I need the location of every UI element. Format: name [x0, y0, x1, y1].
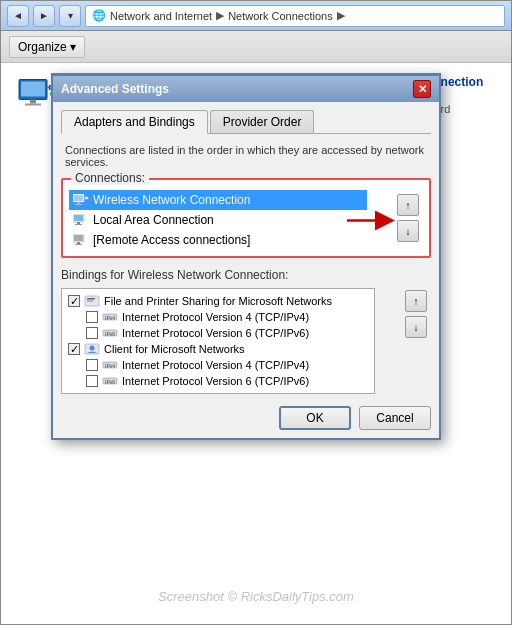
breadcrumb-connections[interactable]: Network Connections: [228, 10, 333, 22]
svg-text:IPv6: IPv6: [105, 331, 115, 337]
conn-wireless-icon: [73, 194, 89, 206]
title-bar: ◄ ► ▾ 🌐 Network and Internet ▶ Network C…: [1, 1, 511, 31]
advanced-settings-dialog: Advanced Settings ✕ Adapters and Binding…: [51, 73, 441, 440]
tab-provider-order[interactable]: Provider Order: [210, 110, 315, 133]
binding-icon-5: IPv6: [102, 375, 118, 387]
svg-rect-19: [77, 202, 80, 204]
conn-remote-label: [Remote Access connections]: [93, 233, 250, 247]
organize-label: Organize: [18, 40, 67, 54]
breadcrumb-sep1: ▶: [216, 9, 224, 22]
breadcrumb: 🌐 Network and Internet ▶ Network Connect…: [85, 5, 505, 27]
binding-label-4: Internet Protocol Version 4 (TCP/IPv4): [122, 359, 309, 371]
dialog-titlebar: Advanced Settings ✕: [53, 76, 439, 102]
binding-icon-0: [84, 295, 100, 307]
dialog-content: Adapters and Bindings Provider Order Con…: [53, 102, 439, 402]
content-area: Local Area Connection TheRouses Realtek …: [1, 63, 511, 624]
tab-bar: Adapters and Bindings Provider Order: [61, 110, 431, 134]
svg-rect-3: [25, 104, 41, 106]
binding-icon-3: [84, 343, 100, 355]
cancel-button[interactable]: Cancel: [359, 406, 431, 430]
conn-remote-icon: [73, 234, 89, 246]
svg-rect-24: [77, 222, 80, 224]
svg-rect-28: [77, 242, 80, 244]
binding-icon-4: IPv4: [102, 359, 118, 371]
svg-rect-1: [21, 82, 45, 97]
binding-check-0[interactable]: ✓: [68, 295, 80, 307]
conn-remote[interactable]: [Remote Access connections]: [69, 230, 367, 250]
dialog-footer: OK Cancel: [53, 402, 439, 438]
svg-point-39: [90, 346, 95, 351]
ok-button[interactable]: OK: [279, 406, 351, 430]
binding-check-2[interactable]: [86, 327, 98, 339]
connections-down-button[interactable]: ↓: [397, 220, 419, 242]
bindings-up-button[interactable]: ↑: [405, 290, 427, 312]
svg-rect-33: [87, 301, 93, 302]
dropdown-button[interactable]: ▾: [59, 5, 81, 27]
svg-rect-23: [74, 215, 83, 221]
red-arrow-annotation: [347, 211, 397, 234]
binding-check-1[interactable]: [86, 311, 98, 323]
binding-label-0: File and Printer Sharing for Microsoft N…: [104, 295, 332, 307]
connections-list: Wireless Network Connection: [69, 190, 367, 250]
binding-file-printer: ✓ File and Printer Sharing for Microsoft…: [66, 293, 370, 309]
binding-label-2: Internet Protocol Version 6 (TCP/IPv6): [122, 327, 309, 339]
connections-up-button[interactable]: ↑: [397, 194, 419, 216]
bindings-label: Bindings for Wireless Network Connection…: [61, 268, 431, 282]
binding-client: ✓ Client for Microsoft Networks: [66, 341, 370, 357]
svg-rect-21: [85, 197, 88, 199]
svg-text:IPv6: IPv6: [105, 379, 115, 385]
explorer-window: ◄ ► ▾ 🌐 Network and Internet ▶ Network C…: [0, 0, 512, 625]
svg-rect-32: [87, 298, 95, 300]
conn-local[interactable]: Local Area Connection: [69, 210, 367, 230]
breadcrumb-icon: 🌐: [92, 9, 106, 22]
breadcrumb-network[interactable]: Network and Internet: [110, 10, 212, 22]
svg-rect-29: [75, 244, 82, 245]
binding-check-5[interactable]: [86, 375, 98, 387]
bindings-section: Bindings for Wireless Network Connection…: [61, 268, 431, 394]
binding-icon-1: IPv4: [102, 311, 118, 323]
dialog-description: Connections are listed in the order in w…: [61, 144, 431, 168]
svg-rect-27: [74, 235, 83, 241]
svg-rect-2: [30, 100, 36, 104]
toolbar: Organize ▾: [1, 31, 511, 63]
svg-text:IPv4: IPv4: [105, 363, 115, 369]
connections-group-label: Connections:: [71, 171, 149, 185]
binding-label-5: Internet Protocol Version 6 (TCP/IPv6): [122, 375, 309, 387]
back-button[interactable]: ◄: [7, 5, 29, 27]
binding-check-3[interactable]: ✓: [68, 343, 80, 355]
svg-rect-18: [74, 195, 83, 201]
forward-button[interactable]: ►: [33, 5, 55, 27]
bindings-down-button[interactable]: ↓: [405, 316, 427, 338]
binding-label-1: Internet Protocol Version 4 (TCP/IPv4): [122, 311, 309, 323]
binding-label-3: Client for Microsoft Networks: [104, 343, 245, 355]
dialog-close-button[interactable]: ✕: [413, 80, 431, 98]
conn-local-icon: [73, 214, 89, 226]
dialog-title: Advanced Settings: [61, 82, 169, 96]
binding-check-4[interactable]: [86, 359, 98, 371]
conn-wireless-label: Wireless Network Connection: [93, 193, 250, 207]
binding-ipv6-2: IPv6 Internet Protocol Version 6 (TCP/IP…: [84, 373, 370, 389]
organize-arrow-icon: ▾: [70, 40, 76, 54]
organize-button[interactable]: Organize ▾: [9, 36, 85, 58]
binding-icon-2: IPv6: [102, 327, 118, 339]
breadcrumb-sep2: ▶: [337, 9, 345, 22]
tab-adapters-bindings[interactable]: Adapters and Bindings: [61, 110, 208, 134]
svg-rect-25: [75, 224, 82, 225]
conn-wireless[interactable]: Wireless Network Connection: [69, 190, 367, 210]
binding-ipv4-1: IPv4 Internet Protocol Version 4 (TCP/IP…: [84, 309, 370, 325]
binding-ipv4-2: IPv4 Internet Protocol Version 4 (TCP/IP…: [84, 357, 370, 373]
svg-text:IPv4: IPv4: [105, 315, 115, 321]
conn-local-label: Local Area Connection: [93, 213, 214, 227]
binding-ipv6-1: IPv6 Internet Protocol Version 6 (TCP/IP…: [84, 325, 370, 341]
svg-rect-20: [75, 204, 82, 205]
